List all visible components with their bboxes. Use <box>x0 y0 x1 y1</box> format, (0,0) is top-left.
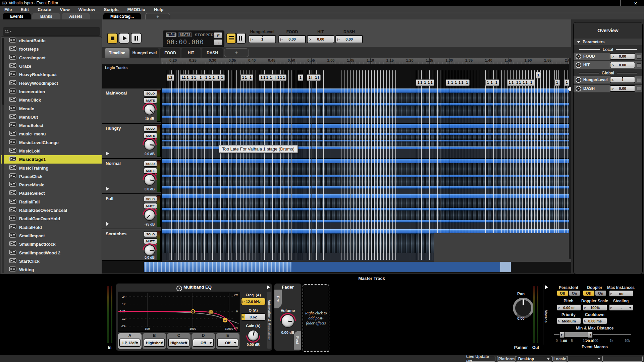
logic-marker[interactable]: 1 <box>298 74 303 81</box>
beats-mode-button[interactable]: BEATS <box>178 33 192 37</box>
timeline-tab-dash[interactable]: DASH <box>202 48 223 58</box>
event-item-MusicStage1[interactable]: MusicStage1 <box>1 155 102 164</box>
track-lane[interactable] <box>162 88 569 123</box>
minimize-button[interactable] <box>602 1 610 5</box>
menu-help[interactable]: Help <box>150 7 168 12</box>
event-item-MenuSelect[interactable]: MenuSelect <box>1 121 102 130</box>
event-item-RadialGaeOverCanceal[interactable]: RadialGaeOverCanceal <box>1 206 102 215</box>
parameter-checkbox[interactable] <box>637 87 641 91</box>
pre-fader-tab[interactable]: Pre <box>274 290 282 308</box>
event-item-footsteps[interactable]: footsteps <box>1 45 102 53</box>
eq-gain-knob[interactable] <box>248 330 259 341</box>
event-item-distantBattle[interactable]: distantBattle <box>1 37 102 45</box>
timeline-overview-strip[interactable] <box>102 260 571 274</box>
event-item-Graze[interactable]: Graze <box>1 62 102 70</box>
logic-marker[interactable]: L2 <box>167 74 174 81</box>
event-item-StartClick[interactable]: StartClick <box>1 257 102 265</box>
event-item-HeavyWoodImpact[interactable]: HeavyWoodImpact <box>1 79 102 87</box>
track-volume-knob[interactable] <box>144 209 155 221</box>
eq-band-type-dropdown[interactable]: Highshelf <box>144 339 165 347</box>
event-item-music_menu[interactable]: music_menu <box>1 130 102 138</box>
parameter-checkbox[interactable] <box>637 63 641 67</box>
parameter-checkbox[interactable] <box>637 78 641 82</box>
tab-events[interactable]: Events <box>3 13 31 19</box>
eq-response-graph[interactable]: 24120dB-12-242π0-2π100100010000CBA <box>118 292 240 332</box>
post-fader-tab[interactable]: Post <box>294 331 301 350</box>
event-item-PauseSelect[interactable]: PauseSelect <box>1 189 102 197</box>
timeline-tab-food[interactable]: FOOD <box>160 48 180 58</box>
solo-button[interactable]: SOLO <box>144 125 157 132</box>
event-list-scrollbar[interactable] <box>2 38 4 273</box>
track-lane[interactable] <box>162 194 569 229</box>
parameter-value-field[interactable]: 0.00 <box>610 53 635 60</box>
pan-knob[interactable] <box>513 298 534 318</box>
track-header[interactable]: HungrySOLOMUTE0.0 dB <box>102 124 162 158</box>
logic-marker[interactable]: 1 1 1 1 I 1 1 1 <box>259 74 286 81</box>
logic-marker-elevated[interactable]: 1 <box>536 72 541 78</box>
event-item-SmallImpact[interactable]: SmallImpact <box>1 232 102 240</box>
max-instances-field[interactable]: oo <box>609 290 633 297</box>
parameter-value-field[interactable]: 0.00 <box>610 62 635 68</box>
persistent-toggle[interactable]: OffOn <box>557 290 580 296</box>
eq-band-type-dropdown[interactable]: Highshelf <box>168 339 190 347</box>
eq-expand-icon[interactable] <box>267 285 270 289</box>
search-input[interactable] <box>3 27 100 36</box>
logic-marker[interactable]: L1 1 1 1 1 1 1 1 1 1 <box>180 74 225 81</box>
distance-min-handle[interactable]: ▶ <box>559 332 565 338</box>
track-volume-knob[interactable] <box>144 104 155 115</box>
event-item-Writing[interactable]: Writing <box>1 265 102 274</box>
menu-create[interactable]: Create <box>33 7 55 12</box>
menu-view[interactable]: View <box>55 7 74 12</box>
volume-knob[interactable] <box>281 314 294 328</box>
event-item-PauseMusic[interactable]: PauseMusic <box>1 181 102 189</box>
distance-max-handle[interactable]: ◀ <box>588 332 593 338</box>
status-extra-field[interactable] <box>602 356 643 362</box>
timeline-tab-hungerlevel[interactable]: HungerLevel <box>130 48 159 58</box>
eq-band-type-dropdown[interactable]: Off <box>217 339 238 347</box>
event-item-RadialGaeOverHold[interactable]: RadialGaeOverHold <box>1 215 102 223</box>
macros-strip[interactable]: Macros <box>544 294 548 338</box>
param-value-field[interactable]: 0.00 <box>307 35 334 43</box>
event-item-RadialFail[interactable]: RadialFail <box>1 198 102 206</box>
menu-scripts[interactable]: Scripts <box>100 7 123 12</box>
solo-button[interactable]: SOLO <box>144 90 157 97</box>
tracks-view-button[interactable] <box>226 33 236 44</box>
post-fader-effects-dropzone[interactable]: Right-click to add post-fader effects <box>303 284 329 352</box>
follow-playhead-button[interactable] <box>214 39 222 45</box>
live-update-button[interactable]: Live Update Off <box>466 356 495 362</box>
eq-freq-field[interactable]: 12.0 kHz <box>241 298 266 305</box>
loop-playback-button[interactable] <box>214 32 222 38</box>
event-item-GrassImpact[interactable]: GrassImpact <box>1 54 102 62</box>
pause-button[interactable] <box>131 33 142 44</box>
platform-dropdown[interactable]: Desktop <box>516 356 552 362</box>
doppler-toggle[interactable]: OffOn <box>583 290 606 296</box>
event-item-MusicLevelChange[interactable]: MusicLevelChange <box>1 138 102 147</box>
logic-marker[interactable]: 1 1 1 <box>240 74 253 81</box>
tab-event-musicstage[interactable]: MusicStag... <box>103 13 141 19</box>
eq-band-type-dropdown[interactable]: Off <box>193 339 214 347</box>
priority-field[interactable]: Medium <box>557 318 581 324</box>
min-max-distance-slider[interactable]: ▶ ◀ 01.0051020.01001k10k <box>554 332 635 337</box>
param-value-field[interactable]: 0.00 <box>335 35 363 43</box>
pitch-field[interactable]: 0.00 st <box>557 304 581 311</box>
logic-marker[interactable]: 1 1 1 <box>485 79 499 86</box>
cooldown-field[interactable]: 0.00 ms <box>583 318 607 324</box>
logic-marker[interactable]: 1 1 1 1 1 <box>416 79 434 86</box>
event-item-HeavyRockImpact[interactable]: HeavyRockImpact <box>1 70 102 79</box>
parameter-value-field[interactable]: 0.00 <box>610 85 635 92</box>
solo-button[interactable]: SOLO <box>144 196 157 202</box>
event-item-MusicTraining[interactable]: MusicTraining <box>1 164 102 172</box>
parameter-value-field[interactable]: 1 <box>610 76 635 83</box>
play-button[interactable] <box>119 33 129 44</box>
track-expand-icon[interactable] <box>106 152 109 156</box>
macros-expand-icon[interactable] <box>545 285 548 290</box>
parameters-section-header[interactable]: Parameters <box>574 39 642 45</box>
parameter-checkbox[interactable] <box>637 55 641 59</box>
track-volume-knob[interactable] <box>144 174 155 186</box>
track-header[interactable]: MainVocalSOLOMUTE10 dB <box>102 88 162 123</box>
tab-banks[interactable]: Banks <box>32 13 60 19</box>
track-header[interactable]: FullSOLOMUTE-75 dB <box>102 194 162 229</box>
lanes-view-button[interactable] <box>236 33 246 44</box>
param-value-field[interactable]: 0.00 <box>278 35 306 43</box>
timeline-ruler[interactable]: 0:200:250:300:350:400:450:500:551:001:05… <box>161 58 571 65</box>
